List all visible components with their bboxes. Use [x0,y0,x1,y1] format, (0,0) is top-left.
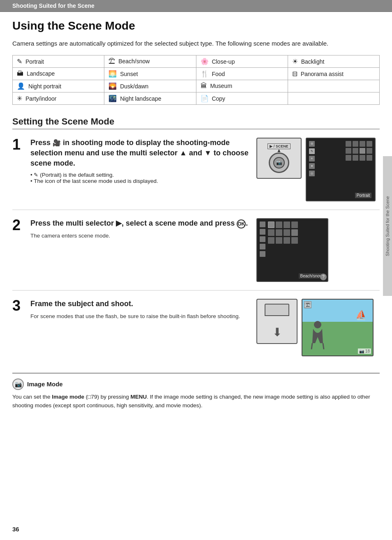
backlight-icon: ☀ [292,58,298,65]
bullet-item: The icon of the last scene mode used is … [30,178,252,184]
table-row: ✳ Party/indoor 🌃 Night landscape 📄 Copy [13,92,380,104]
step-1-images: ▶ / SCENE ▲ 📷 ⚙ ✎ ✳ ★ ◎ [256,138,380,201]
table-cell: ⛱ Beach/snow [104,55,196,67]
landscape-icon: 🏔 [17,70,23,77]
screen-left-icon [260,236,265,242]
main-content: Using the Scene Mode Camera settings are… [0,12,392,418]
photo-top-icon: ⛱ [304,301,311,308]
step-2-images: Beach/snow ? [256,218,380,282]
step-1-dial: ▶ / SCENE ▲ 📷 [256,138,302,179]
table-row: ✎ Portrait ⛱ Beach/snow 🌸 Close-up ☀ Bac… [13,55,380,67]
note-title-text: Image Mode [27,381,63,388]
screen-left-icon [260,244,265,249]
museum-icon: 🏛 [201,82,207,89]
svg-point-0 [314,321,321,328]
boat-icon: ⛵ [355,310,367,321]
sunset-icon: 🌅 [108,70,117,77]
screen-grid-icon [360,155,365,161]
screen-icon: ✎ [309,148,315,154]
screen-grid-icon [276,237,282,244]
copy-icon: 📄 [201,95,209,102]
screen-left-icon [260,229,265,235]
portrait-icon: ✎ [17,58,22,65]
flash-arrow: ⬇ [272,325,282,339]
person-silhouette [310,321,325,351]
table-cell: 📄 Copy [196,92,288,104]
screen-grid-icon [291,229,298,236]
screen-grid-icon [284,229,290,236]
scene-modes-table: ✎ Portrait ⛱ Beach/snow 🌸 Close-up ☀ Bac… [12,55,380,105]
header-title: Shooting Suited for the Scene [12,2,95,9]
screen-grid-icon [284,237,290,244]
svg-line-2 [323,343,324,349]
table-cell: 🌃 Night landscape [104,92,196,104]
svg-line-1 [311,343,312,349]
screen-grid-icon [268,222,274,228]
page-title: Using the Scene Mode [12,19,380,32]
step-2: 2 Press the multi selector ▶, select a s… [12,218,380,291]
nightportrait-icon: 👤 [17,83,25,90]
panorama-icon: ⊟ [292,70,297,77]
step-2-screen: Beach/snow ? [256,218,328,282]
step-3-title: Frame the subject and shoot. [30,299,252,309]
screen-grid-icon [291,237,298,244]
flash-panel [265,304,289,316]
screen-grid-icon [284,222,290,228]
closeup-icon: 🌸 [201,58,209,65]
step-1-bullets: ✎ (Portrait) is the default setting. The… [30,172,252,184]
table-cell: 🌄 Dusk/dawn [104,80,196,92]
screen-grid-icon [346,155,351,161]
note-text: You can set the Image mode (□79) by pres… [12,392,380,410]
screen-grid-icon [353,141,358,147]
table-row: 🏔 Landscape 🌅 Sunset 🍴 Food ⊟ Panorama a… [13,67,380,80]
side-tab-label: Shooting Suited for the Scene [385,196,390,256]
screen-icon: ✳ [309,156,315,162]
note-box: 📷 Image Mode You can set the Image mode … [12,373,380,410]
screen-grid-icon [346,148,351,154]
table-cell: ⊟ Panorama assist [288,67,379,80]
table-cell: ☀ Backlight [288,55,379,67]
screen-grid-icon [346,141,351,147]
intro-text: Camera settings are automatically optimi… [12,39,380,48]
side-tab: Shooting Suited for the Scene [383,156,392,296]
menu-word: MENU [131,394,147,400]
top-header: Shooting Suited for the Scene [0,0,392,12]
note-title: 📷 Image Mode [12,378,380,390]
help-badge: ? [320,274,327,280]
page-number: 36 [12,526,19,533]
bold-term: Image mode [52,394,84,400]
step-3-number: 3 [12,297,30,356]
step-2-title: Press the multi selector ▶, select a sce… [30,218,252,228]
screen-left-icon [260,222,265,227]
screen-grid-icon [367,148,372,154]
screen-grid-icon [353,148,358,154]
step-1-screen: ⚙ ✎ ✳ ★ ◎ [306,138,376,201]
step-2-body: The camera enters scene mode. [30,232,252,240]
table-cell: 🏛 Museum [196,80,288,92]
screen-grid-icon [276,222,282,228]
ok-button-symbol: OK [237,219,246,228]
party-icon: ✳ [17,95,22,102]
step-3-content: Frame the subject and shoot. For scene m… [30,299,256,356]
screen-grid-icon [367,155,372,161]
step-2-content: Press the multi selector ▶, select a sce… [30,218,256,282]
step-1: 1 Press 🎥 in shooting mode to display th… [12,138,380,210]
screen-grid-icon [291,222,298,228]
table-cell: ✎ Portrait [13,55,104,67]
step-2-number: 2 [12,217,30,282]
table-cell [288,80,379,92]
dusk-icon: 🌄 [108,83,117,90]
beach-icon: ⛱ [108,58,115,65]
table-cell: 🍴 Food [196,67,288,80]
table-cell: 🏔 Landscape [13,67,104,80]
screen-icon: ◎ [309,171,315,176]
table-cell: 🌸 Close-up [196,55,288,67]
dial-inner: 📷 [273,157,285,168]
flash-diagram: ⬇ [256,299,297,344]
table-row: 👤 Night portrait 🌄 Dusk/dawn 🏛 Museum [13,80,380,92]
screen-grid-icon [367,141,372,147]
screen-grid-icon [360,148,365,154]
photo-bottom-right: 📷 18 [358,348,371,354]
bullet-item: ✎ (Portrait) is the default setting. [30,172,252,178]
screen-icon: ⚙ [309,141,315,147]
